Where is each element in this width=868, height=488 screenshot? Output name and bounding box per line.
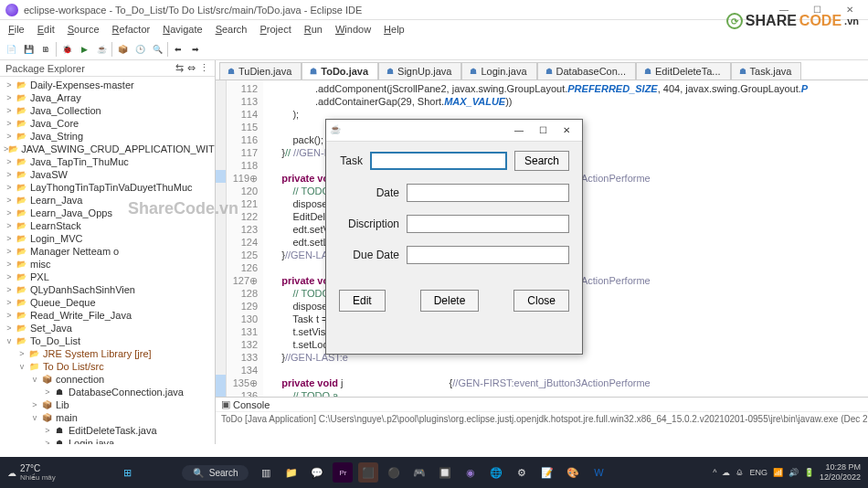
- tree-item[interactable]: >📂misc: [0, 258, 215, 271]
- tree-item[interactable]: >📂JavaSW: [0, 168, 215, 181]
- tree-item[interactable]: >📂Daily-Expenses-master: [0, 79, 215, 91]
- tree-item[interactable]: >📂Manager Netteam o: [0, 245, 215, 258]
- tree-item[interactable]: >📂Read_Write_File_Java: [0, 309, 215, 322]
- tree-item[interactable]: >☗DatabaseConnection.java: [0, 386, 215, 398]
- tree-item[interactable]: >☗EditDeleteTask.java: [0, 424, 215, 437]
- tree-item[interactable]: >📂LearnStack: [0, 219, 215, 232]
- tree-item[interactable]: v📦connection: [0, 373, 215, 386]
- tree-item[interactable]: >📂Login_MVC: [0, 232, 215, 245]
- menu-file[interactable]: File: [4, 22, 29, 37]
- dialog-maximize[interactable]: ☐: [531, 122, 555, 140]
- new-package-icon[interactable]: 📦: [115, 42, 130, 57]
- menu-help[interactable]: Help: [379, 22, 409, 37]
- discord-icon[interactable]: 🎮: [409, 462, 429, 483]
- settings-icon[interactable]: ⚙: [512, 462, 532, 483]
- debug-icon[interactable]: 🐞: [59, 42, 74, 57]
- premiere-icon[interactable]: Pr: [333, 462, 353, 483]
- tree-item[interactable]: >📂Queue_Deque: [0, 296, 215, 309]
- tree-item[interactable]: >📦Lib: [0, 398, 215, 411]
- dialog-close-x[interactable]: ✕: [555, 122, 578, 140]
- new-class-icon[interactable]: 🕒: [132, 42, 147, 57]
- tree-item[interactable]: >📂LayThongTinTapTinVaDuyetThuMuc: [0, 181, 215, 194]
- notepad-icon[interactable]: 📝: [537, 462, 557, 483]
- word-icon[interactable]: W: [588, 462, 609, 483]
- onedrive-icon[interactable]: ☁: [722, 468, 730, 477]
- coverage-icon[interactable]: ☕: [94, 42, 109, 57]
- taskbar-search[interactable]: 🔍 Search: [182, 465, 249, 481]
- system-tray[interactable]: ^ ☁ 🕭 ENG 📶 🔊 🔋 10:28 PM 12/20/2022: [713, 462, 861, 483]
- new-icon[interactable]: 📄: [4, 42, 18, 57]
- start-icon[interactable]: ⊞: [118, 462, 138, 483]
- due-date-input[interactable]: [407, 246, 569, 264]
- explorer-icon[interactable]: 📁: [281, 462, 302, 483]
- menu-run[interactable]: Run: [300, 22, 327, 37]
- language-indicator[interactable]: ENG: [749, 468, 767, 477]
- menu-edit[interactable]: Edit: [33, 22, 59, 37]
- open-type-icon[interactable]: 🔍: [150, 42, 164, 57]
- weather-widget[interactable]: ☁ 27°CNhiều mây: [7, 463, 56, 482]
- tree-item[interactable]: >☗Login.java: [0, 437, 215, 444]
- volume-icon[interactable]: 🔊: [789, 468, 799, 477]
- minecraft-icon[interactable]: ⬛: [358, 462, 378, 483]
- menu-icon[interactable]: ⋮: [199, 62, 209, 74]
- tree-item[interactable]: >📂Java_String: [0, 130, 215, 143]
- menu-navigate[interactable]: Navigate: [158, 22, 206, 37]
- tree-item[interactable]: >📂JAVA_SWING_CRUD_APPLICATION_WITH_SOURC…: [0, 143, 215, 155]
- menu-refactor[interactable]: Refactor: [108, 22, 155, 37]
- run-icon[interactable]: ▶: [77, 42, 91, 57]
- link-icon[interactable]: ⇔: [187, 62, 196, 74]
- chrome-icon[interactable]: 🌐: [486, 462, 506, 483]
- obs-icon[interactable]: ⚫: [384, 462, 404, 483]
- task-view-icon[interactable]: ▥: [256, 462, 276, 483]
- tree-item[interactable]: >📂Java_Core: [0, 117, 215, 130]
- back-icon[interactable]: ⬅: [171, 42, 185, 57]
- task-input[interactable]: [370, 152, 507, 170]
- wifi-icon[interactable]: 📶: [773, 468, 783, 477]
- taskbar-clock[interactable]: 10:28 PM 12/20/2022: [820, 462, 861, 483]
- editor-tab[interactable]: ☗TuDien.java: [219, 62, 302, 80]
- tree-item[interactable]: >📂Java_Array: [0, 91, 215, 104]
- sharecode-logo: ⟳ SHARECODE.vn: [726, 13, 859, 29]
- chevron-up-icon[interactable]: ^: [713, 468, 716, 477]
- bluetooth-icon[interactable]: 🕭: [736, 468, 744, 477]
- tree-item[interactable]: v📂To_Do_List: [0, 334, 215, 347]
- paint-icon[interactable]: 🎨: [563, 462, 583, 483]
- editor-tab[interactable]: ☗Login.java: [461, 62, 536, 80]
- editor-tab[interactable]: ☗Task.java: [731, 62, 802, 80]
- menu-source[interactable]: Source: [63, 22, 104, 37]
- save-all-icon[interactable]: 🗎: [38, 42, 53, 57]
- tree-item[interactable]: >📂Java_Collection: [0, 104, 215, 117]
- editor-tab[interactable]: ☗SignUp.java: [378, 62, 461, 80]
- forward-icon[interactable]: ➡: [188, 42, 203, 57]
- menu-project[interactable]: Project: [256, 22, 296, 37]
- tree-item[interactable]: >📂Learn_Java_Opps: [0, 207, 215, 219]
- tree-item[interactable]: >📂PXL: [0, 271, 215, 283]
- tree-item[interactable]: >📂Learn_Java: [0, 194, 215, 207]
- tree-item[interactable]: >📂Java_TapTin_ThuMuc: [0, 155, 215, 168]
- date-input[interactable]: [407, 184, 569, 202]
- save-icon[interactable]: 💾: [21, 42, 36, 57]
- discription-input[interactable]: [407, 215, 569, 233]
- collapse-icon[interactable]: ⇆: [175, 62, 184, 74]
- dialog-minimize[interactable]: —: [507, 122, 531, 140]
- tree-item[interactable]: >📂QLyDanhSachSinhVien: [0, 283, 215, 296]
- dialog-titlebar[interactable]: ☕ — ☐ ✕: [326, 120, 582, 142]
- delete-button[interactable]: Delete: [420, 290, 480, 312]
- editor-tab[interactable]: ☗EditDeleteTa...: [636, 62, 731, 80]
- edit-button[interactable]: Edit: [339, 290, 386, 312]
- eclipse-taskbar-icon[interactable]: ◉: [460, 462, 481, 483]
- package-tree[interactable]: >📂Daily-Expenses-master>📂Java_Array>📂Jav…: [0, 77, 215, 444]
- close-button[interactable]: Close: [513, 290, 569, 312]
- zalo-icon[interactable]: 💬: [307, 462, 327, 483]
- menu-search[interactable]: Search: [211, 22, 252, 37]
- battery-icon[interactable]: 🔋: [804, 468, 814, 477]
- tree-item[interactable]: v📦main: [0, 411, 215, 424]
- editor-tab[interactable]: ☗ToDo.java: [302, 62, 378, 80]
- intellij-icon[interactable]: 🔲: [435, 462, 455, 483]
- search-button[interactable]: Search: [514, 151, 569, 171]
- tree-item[interactable]: >📂JRE System Library [jre]: [0, 347, 215, 360]
- editor-tab[interactable]: ☗DatabaseCon...: [537, 62, 636, 80]
- menu-window[interactable]: Window: [331, 22, 376, 37]
- tree-item[interactable]: v📁To Do List/src: [0, 360, 215, 373]
- tree-item[interactable]: >📂Set_Java: [0, 322, 215, 334]
